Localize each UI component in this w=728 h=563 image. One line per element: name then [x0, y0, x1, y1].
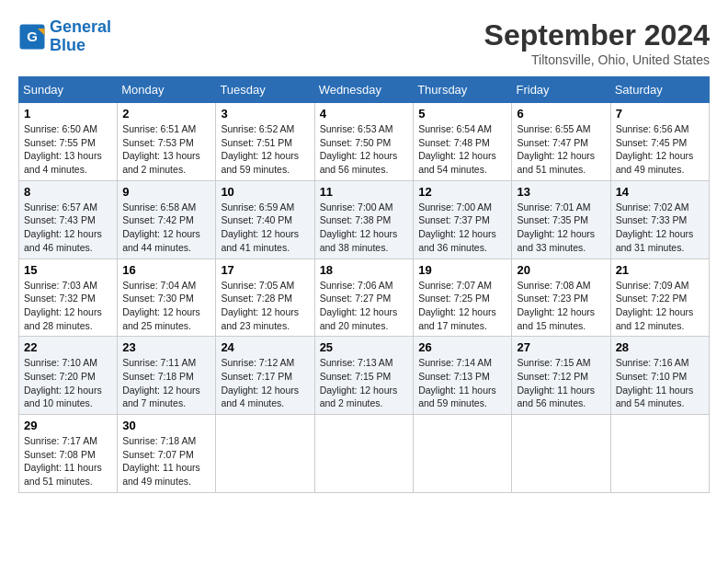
day-number: 6 — [517, 107, 605, 121]
calendar-cell: 25Sunrise: 7:13 AM Sunset: 7:15 PM Dayli… — [314, 337, 414, 415]
day-number: 13 — [517, 185, 605, 199]
header-row: Sunday Monday Tuesday Wednesday Thursday… — [19, 77, 710, 103]
day-content: Sunrise: 6:58 AM Sunset: 7:42 PM Dayligh… — [122, 201, 210, 255]
day-number: 23 — [122, 340, 210, 354]
day-number: 12 — [418, 185, 506, 199]
calendar-cell: 10Sunrise: 6:59 AM Sunset: 7:40 PM Dayli… — [216, 180, 314, 259]
calendar-cell: 6Sunrise: 6:55 AM Sunset: 7:47 PM Daylig… — [512, 103, 610, 181]
calendar-cell: 28Sunrise: 7:16 AM Sunset: 7:10 PM Dayli… — [610, 337, 709, 415]
logo-text: General Blue — [50, 18, 111, 55]
day-content: Sunrise: 6:57 AM Sunset: 7:43 PM Dayligh… — [24, 201, 112, 255]
day-content: Sunrise: 6:53 AM Sunset: 7:50 PM Dayligh… — [320, 122, 409, 177]
day-number: 28 — [616, 340, 704, 354]
day-number: 21 — [616, 263, 704, 277]
calendar-subtitle: Tiltonsville, Ohio, United States — [484, 52, 710, 67]
calendar-cell: 24Sunrise: 7:12 AM Sunset: 7:17 PM Dayli… — [216, 337, 314, 415]
calendar-cell: 13Sunrise: 7:01 AM Sunset: 7:35 PM Dayli… — [512, 180, 610, 259]
day-number: 2 — [122, 107, 210, 121]
day-number: 29 — [24, 419, 112, 432]
calendar-cell: 7Sunrise: 6:56 AM Sunset: 7:45 PM Daylig… — [610, 103, 709, 181]
logo-icon: G — [18, 23, 46, 51]
day-content: Sunrise: 7:13 AM Sunset: 7:15 PM Dayligh… — [320, 356, 409, 410]
calendar-cell: 19Sunrise: 7:07 AM Sunset: 7:25 PM Dayli… — [414, 259, 512, 337]
day-number: 22 — [24, 340, 112, 354]
day-content: Sunrise: 7:17 AM Sunset: 7:08 PM Dayligh… — [24, 434, 112, 488]
day-content: Sunrise: 7:14 AM Sunset: 7:13 PM Dayligh… — [418, 356, 506, 410]
page-header: G General Blue September 2024 Tiltonsvil… — [18, 18, 710, 67]
calendar-row-3: 15Sunrise: 7:03 AM Sunset: 7:32 PM Dayli… — [19, 259, 710, 337]
calendar-cell: 26Sunrise: 7:14 AM Sunset: 7:13 PM Dayli… — [414, 337, 512, 415]
day-content: Sunrise: 7:03 AM Sunset: 7:32 PM Dayligh… — [24, 279, 112, 333]
day-content: Sunrise: 7:16 AM Sunset: 7:10 PM Dayligh… — [616, 356, 704, 410]
calendar-cell — [314, 415, 414, 493]
day-number: 26 — [418, 340, 506, 354]
day-content: Sunrise: 6:56 AM Sunset: 7:45 PM Dayligh… — [616, 122, 704, 177]
day-number: 14 — [616, 185, 704, 199]
title-block: September 2024 Tiltonsville, Ohio, Unite… — [484, 18, 710, 67]
calendar-cell: 4Sunrise: 6:53 AM Sunset: 7:50 PM Daylig… — [314, 103, 414, 181]
calendar-cell — [216, 415, 314, 493]
day-number: 8 — [24, 185, 112, 199]
calendar-cell: 3Sunrise: 6:52 AM Sunset: 7:51 PM Daylig… — [216, 103, 314, 181]
calendar-cell: 5Sunrise: 6:54 AM Sunset: 7:48 PM Daylig… — [414, 103, 512, 181]
calendar-cell: 12Sunrise: 7:00 AM Sunset: 7:37 PM Dayli… — [414, 180, 512, 259]
day-content: Sunrise: 7:09 AM Sunset: 7:22 PM Dayligh… — [616, 279, 704, 333]
calendar-cell: 22Sunrise: 7:10 AM Sunset: 7:20 PM Dayli… — [19, 337, 118, 415]
header-sunday: Sunday — [19, 77, 118, 103]
calendar-table: Sunday Monday Tuesday Wednesday Thursday… — [18, 76, 710, 493]
day-content: Sunrise: 7:00 AM Sunset: 7:37 PM Dayligh… — [418, 201, 506, 255]
calendar-cell: 8Sunrise: 6:57 AM Sunset: 7:43 PM Daylig… — [19, 180, 118, 259]
calendar-cell — [512, 415, 610, 493]
day-number: 9 — [122, 185, 210, 199]
day-number: 24 — [221, 340, 309, 354]
day-content: Sunrise: 6:54 AM Sunset: 7:48 PM Dayligh… — [418, 122, 506, 177]
logo-general: General — [50, 17, 111, 36]
day-number: 20 — [517, 263, 605, 277]
day-content: Sunrise: 7:10 AM Sunset: 7:20 PM Dayligh… — [24, 356, 112, 410]
header-monday: Monday — [118, 77, 216, 103]
day-number: 15 — [24, 263, 112, 277]
calendar-cell: 15Sunrise: 7:03 AM Sunset: 7:32 PM Dayli… — [19, 259, 118, 337]
day-content: Sunrise: 7:07 AM Sunset: 7:25 PM Dayligh… — [418, 279, 506, 333]
svg-text:G: G — [27, 28, 38, 43]
day-number: 27 — [517, 340, 605, 354]
calendar-cell: 11Sunrise: 7:00 AM Sunset: 7:38 PM Dayli… — [314, 180, 414, 259]
day-content: Sunrise: 7:18 AM Sunset: 7:07 PM Dayligh… — [122, 434, 210, 488]
logo: G General Blue — [18, 18, 111, 55]
day-content: Sunrise: 6:59 AM Sunset: 7:40 PM Dayligh… — [221, 201, 309, 255]
day-content: Sunrise: 6:52 AM Sunset: 7:51 PM Dayligh… — [221, 122, 309, 177]
calendar-title: September 2024 — [484, 18, 710, 52]
day-content: Sunrise: 7:15 AM Sunset: 7:12 PM Dayligh… — [517, 356, 605, 410]
logo-blue: Blue — [50, 36, 85, 54]
day-number: 7 — [616, 107, 704, 121]
calendar-cell: 23Sunrise: 7:11 AM Sunset: 7:18 PM Dayli… — [118, 337, 216, 415]
calendar-row-4: 22Sunrise: 7:10 AM Sunset: 7:20 PM Dayli… — [19, 337, 710, 415]
header-thursday: Thursday — [414, 77, 512, 103]
day-number: 18 — [320, 263, 409, 277]
day-number: 16 — [122, 263, 210, 277]
day-content: Sunrise: 7:08 AM Sunset: 7:23 PM Dayligh… — [517, 279, 605, 333]
day-number: 10 — [221, 185, 309, 199]
day-number: 3 — [221, 107, 309, 121]
header-tuesday: Tuesday — [216, 77, 314, 103]
day-content: Sunrise: 7:05 AM Sunset: 7:28 PM Dayligh… — [221, 279, 309, 333]
calendar-row-5: 29Sunrise: 7:17 AM Sunset: 7:08 PM Dayli… — [19, 415, 710, 493]
day-content: Sunrise: 6:50 AM Sunset: 7:55 PM Dayligh… — [24, 122, 112, 177]
calendar-cell: 16Sunrise: 7:04 AM Sunset: 7:30 PM Dayli… — [118, 259, 216, 337]
day-number: 4 — [320, 107, 409, 121]
day-number: 19 — [418, 263, 506, 277]
calendar-row-1: 1Sunrise: 6:50 AM Sunset: 7:55 PM Daylig… — [19, 103, 710, 181]
calendar-cell — [414, 415, 512, 493]
calendar-cell: 9Sunrise: 6:58 AM Sunset: 7:42 PM Daylig… — [118, 180, 216, 259]
calendar-cell: 17Sunrise: 7:05 AM Sunset: 7:28 PM Dayli… — [216, 259, 314, 337]
day-content: Sunrise: 7:01 AM Sunset: 7:35 PM Dayligh… — [517, 201, 605, 255]
header-friday: Friday — [512, 77, 610, 103]
calendar-cell: 29Sunrise: 7:17 AM Sunset: 7:08 PM Dayli… — [19, 415, 118, 493]
header-saturday: Saturday — [610, 77, 709, 103]
day-content: Sunrise: 6:51 AM Sunset: 7:53 PM Dayligh… — [122, 122, 210, 177]
day-content: Sunrise: 7:11 AM Sunset: 7:18 PM Dayligh… — [122, 356, 210, 410]
day-content: Sunrise: 7:00 AM Sunset: 7:38 PM Dayligh… — [320, 201, 409, 255]
day-content: Sunrise: 7:06 AM Sunset: 7:27 PM Dayligh… — [320, 279, 409, 333]
day-number: 25 — [320, 340, 409, 354]
day-number: 5 — [418, 107, 506, 121]
